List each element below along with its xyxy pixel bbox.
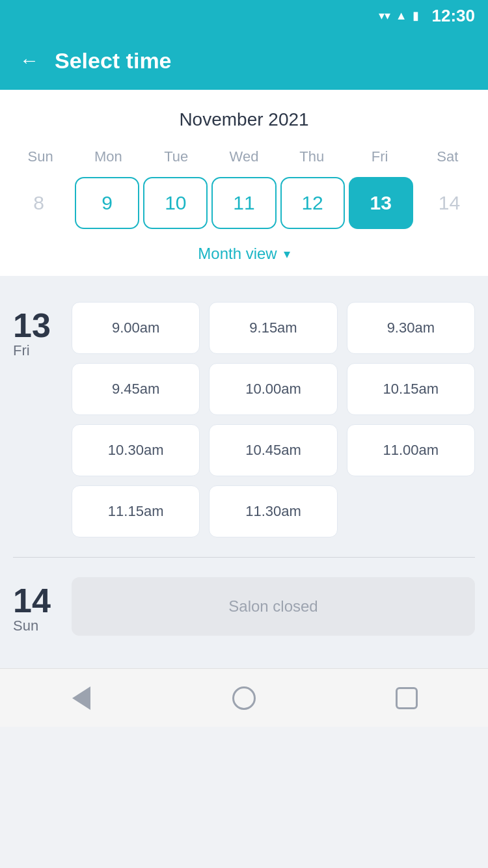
day-13[interactable]: 13 [349,177,413,229]
recent-nav-icon [396,687,418,709]
time-slot-1100[interactable]: 11.00am [347,424,475,476]
wifi-icon: ▾▾ [379,8,390,23]
salon-closed-label: Salon closed [72,577,475,636]
weekday-headers: Sun Mon Tue Wed Thu Fri Sat [0,143,488,170]
time-slot-1000[interactable]: 10.00am [209,363,337,415]
day-14[interactable]: 14 [417,177,481,229]
back-nav-icon [72,686,90,710]
home-nav-icon [232,686,256,710]
time-section: 13 Fri 9.00am 9.15am 9.30am 9.45am 10.00… [0,276,488,668]
weekday-mon: Mon [74,143,142,170]
weekday-wed: Wed [210,143,278,170]
signal-icon: ▲ [396,9,407,23]
day-number-13: 13 [13,308,51,342]
nav-back-button[interactable] [62,679,101,718]
time-slot-1130[interactable]: 11.30am [209,485,337,537]
time-slot-1015[interactable]: 10.15am [347,363,475,415]
time-slot-1115[interactable]: 11.15am [72,485,200,537]
battery-icon: ▮ [413,8,419,23]
month-view-label: Month view [198,245,277,263]
day-block-14: 14 Sun Salon closed [13,564,475,655]
day-8[interactable]: 8 [7,177,71,229]
status-bar: ▾▾ ▲ ▮ 12:30 [0,0,488,31]
weekday-tue: Tue [142,143,210,170]
nav-home-button[interactable] [224,679,264,718]
day-10[interactable]: 10 [143,177,208,229]
day-name-13: Fri [13,342,30,359]
time-slot-1030[interactable]: 10.30am [72,424,200,476]
month-view-toggle[interactable]: Month view ▾ [0,239,488,276]
status-time: 12:30 [432,6,476,26]
weekday-sat: Sat [414,143,481,170]
calendar-section: November 2021 Sun Mon Tue Wed Thu Fri Sa… [0,90,488,276]
nav-bar [0,668,488,727]
status-icons: ▾▾ ▲ ▮ [379,8,419,23]
day-label-14: 14 Sun [13,577,59,636]
day-divider [13,557,475,558]
time-slot-930[interactable]: 9.30am [347,302,475,354]
header: ← Select time [0,31,488,90]
time-slot-1045[interactable]: 10.45am [209,424,337,476]
weekday-fri: Fri [346,143,413,170]
day-9[interactable]: 9 [75,177,139,229]
month-year-label: November 2021 [0,103,488,143]
time-slot-915[interactable]: 9.15am [209,302,337,354]
nav-recent-button[interactable] [387,679,426,718]
back-button[interactable]: ← [20,49,39,72]
day-block-13: 13 Fri 9.00am 9.15am 9.30am 9.45am 10.00… [13,289,475,550]
time-slots-13: 9.00am 9.15am 9.30am 9.45am 10.00am 10.1… [72,302,475,537]
day-11[interactable]: 11 [211,177,276,229]
day-label-13: 13 Fri [13,302,59,537]
days-row: 8 9 10 11 12 13 14 [0,170,488,239]
weekday-thu: Thu [278,143,346,170]
weekday-sun: Sun [7,143,74,170]
day-12[interactable]: 12 [280,177,345,229]
page-title: Select time [55,48,172,74]
day-number-14: 14 [13,584,51,617]
time-slot-945[interactable]: 9.45am [72,363,200,415]
day-name-14: Sun [13,617,38,634]
chevron-down-icon: ▾ [284,246,290,262]
time-slot-900[interactable]: 9.00am [72,302,200,354]
